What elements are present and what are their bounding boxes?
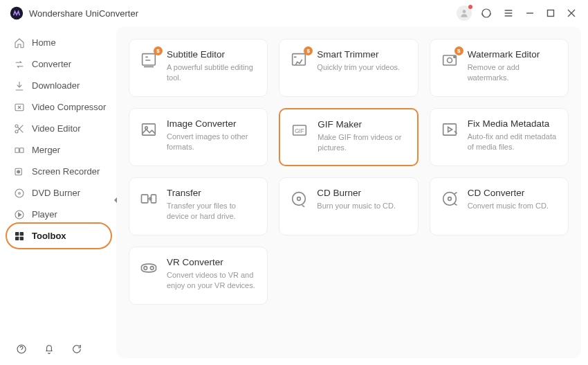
account-button[interactable] xyxy=(457,6,472,21)
trimmer-icon: $ xyxy=(289,51,309,70)
maximize-button[interactable] xyxy=(544,6,558,20)
sidebar-item-video-compressor[interactable]: Video Compressor xyxy=(0,96,116,118)
sidebar-item-label: DVD Burner xyxy=(32,188,80,198)
support-button[interactable] xyxy=(479,6,494,21)
tool-description: Convert images to other formats. xyxy=(167,132,257,152)
svg-point-33 xyxy=(443,193,456,206)
minimize-button[interactable] xyxy=(523,6,537,20)
tool-watermark-editor[interactable]: $Watermark EditorRemove or add watermark… xyxy=(430,39,569,97)
disc-icon xyxy=(14,188,25,199)
paid-badge-icon: $ xyxy=(304,46,313,55)
sidebar-item-label: Home xyxy=(32,37,56,48)
app-logo-icon xyxy=(10,6,24,20)
notification-dot-icon xyxy=(468,5,472,9)
tool-description: Quickly trim your videos. xyxy=(317,62,407,73)
svg-point-34 xyxy=(448,197,451,201)
sidebar-item-label: Video Compressor xyxy=(32,102,106,112)
tool-transfer[interactable]: TransferTransfer your files to device or… xyxy=(129,177,268,235)
metadata-icon xyxy=(440,120,459,139)
svg-rect-7 xyxy=(15,148,19,152)
cd-burn-icon xyxy=(289,189,309,208)
sidebar-item-player[interactable]: Player xyxy=(0,204,116,225)
sidebar-item-dvd-burner[interactable]: DVD Burner xyxy=(0,182,116,204)
tool-title: GIF Maker xyxy=(318,119,407,130)
tool-title: CD Converter xyxy=(468,188,558,198)
tool-description: Convert videos to VR and enjoy on your V… xyxy=(167,270,257,291)
svg-rect-19 xyxy=(143,54,156,65)
watermark-icon: $ xyxy=(440,51,459,70)
sidebar-item-label: Video Editor xyxy=(32,123,81,134)
download-icon xyxy=(14,80,25,91)
sidebar-item-merger[interactable]: Merger xyxy=(0,139,116,161)
app-title: Wondershare UniConverter xyxy=(29,8,138,19)
close-button[interactable] xyxy=(564,6,578,20)
svg-point-0 xyxy=(10,7,23,19)
tool-smart-trimmer[interactable]: $Smart TrimmerQuickly trim your videos. xyxy=(279,39,418,97)
menu-button[interactable] xyxy=(501,6,516,21)
tool-image-converter[interactable]: Image ConverterConvert images to other f… xyxy=(129,108,268,166)
sidebar-item-converter[interactable]: Converter xyxy=(0,53,116,75)
svg-point-12 xyxy=(19,192,21,194)
tool-vr-converter[interactable]: VR ConverterConvert videos to VR and enj… xyxy=(129,247,268,305)
title-bar: Wondershare UniConverter xyxy=(0,0,588,26)
tool-description: A powerful subtitle editing tool. xyxy=(167,62,257,83)
svg-rect-15 xyxy=(20,232,24,235)
play-icon xyxy=(14,209,25,220)
converter-icon xyxy=(14,59,25,70)
sidebar-item-label: Converter xyxy=(32,59,71,69)
svg-rect-14 xyxy=(15,232,19,235)
sidebar-item-screen-recorder[interactable]: Screen Recorder xyxy=(0,161,116,182)
tool-description: Transfer your files to device or hard dr… xyxy=(167,201,257,222)
sidebar-item-toolbox[interactable]: Toolbox xyxy=(0,225,116,247)
sidebar-item-label: Player xyxy=(32,209,57,220)
scissors-icon xyxy=(14,123,25,134)
sidebar-collapse-button[interactable] xyxy=(112,196,120,204)
paid-badge-icon: $ xyxy=(154,46,163,55)
tool-title: Image Converter xyxy=(167,118,257,129)
svg-rect-8 xyxy=(20,148,24,152)
gif-icon: GIF xyxy=(290,121,309,140)
notifications-button[interactable] xyxy=(42,341,57,357)
help-button[interactable] xyxy=(14,341,29,357)
svg-rect-28 xyxy=(443,124,456,135)
sidebar: Home Converter Downloader Video Compress… xyxy=(0,26,116,365)
tool-cd-converter[interactable]: CD ConverterConvert music from CD. xyxy=(430,177,569,235)
tool-cd-burner[interactable]: CD BurnerBurn your music to CD. xyxy=(279,177,418,235)
svg-point-36 xyxy=(150,267,154,270)
svg-rect-24 xyxy=(143,124,156,135)
main-content: $Subtitle EditorA powerful subtitle edit… xyxy=(116,26,581,358)
tool-subtitle-editor[interactable]: $Subtitle EditorA powerful subtitle edit… xyxy=(129,39,268,97)
tool-title: Fix Media Metadata xyxy=(468,118,558,129)
svg-point-32 xyxy=(297,197,301,201)
compress-icon xyxy=(14,102,25,113)
svg-point-11 xyxy=(15,189,24,197)
svg-point-23 xyxy=(453,56,454,57)
sidebar-item-home[interactable]: Home xyxy=(0,32,116,53)
sidebar-item-label: Merger xyxy=(32,145,60,155)
tool-description: Burn your music to CD. xyxy=(317,201,407,211)
sidebar-item-label: Screen Recorder xyxy=(32,166,100,177)
tool-title: Watermark Editor xyxy=(468,49,558,60)
paid-badge-icon: $ xyxy=(454,46,463,55)
svg-rect-29 xyxy=(142,195,148,203)
svg-rect-16 xyxy=(15,236,19,240)
tool-description: Auto-fix and edit metadata of media file… xyxy=(468,132,558,152)
image-icon xyxy=(139,120,158,139)
merge-icon xyxy=(14,145,25,156)
svg-rect-3 xyxy=(548,10,554,17)
sidebar-item-label: Downloader xyxy=(32,80,80,91)
feedback-button[interactable] xyxy=(69,341,84,357)
tool-title: Smart Trimmer xyxy=(317,49,407,60)
subtitle-icon: $ xyxy=(139,51,158,70)
svg-point-5 xyxy=(15,125,18,127)
tool-gif-maker[interactable]: GIFGIF MakerMake GIF from videos or pict… xyxy=(279,108,418,166)
svg-point-35 xyxy=(144,267,147,270)
tool-fix-media-metadata[interactable]: Fix Media MetadataAuto-fix and edit meta… xyxy=(430,108,569,166)
tool-title: Transfer xyxy=(167,188,257,198)
transfer-icon xyxy=(139,189,158,208)
sidebar-item-video-editor[interactable]: Video Editor xyxy=(0,118,116,139)
svg-point-1 xyxy=(463,10,466,13)
sidebar-item-downloader[interactable]: Downloader xyxy=(0,75,116,96)
tool-title: CD Burner xyxy=(317,188,407,198)
tool-description: Make GIF from videos or pictures. xyxy=(318,132,407,153)
